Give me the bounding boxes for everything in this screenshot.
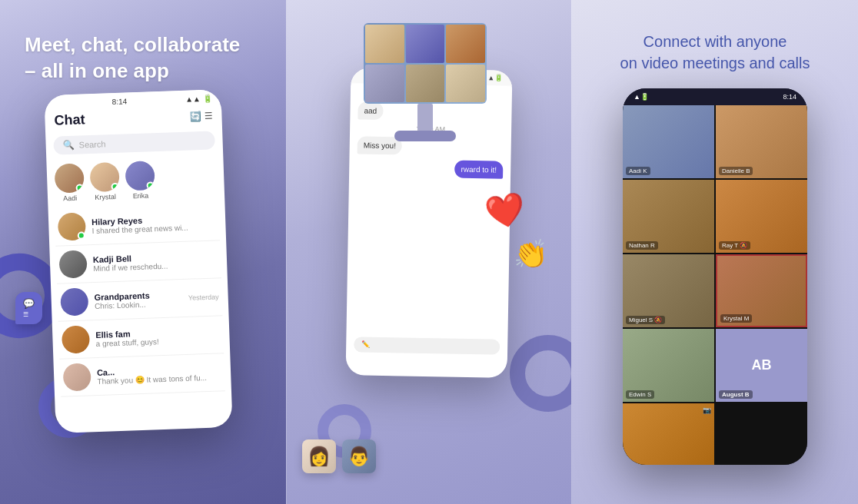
participant-name: Edwin S — [626, 390, 654, 399]
avatar-grandparents — [60, 287, 88, 316]
avatar-krystal — [89, 162, 119, 192]
chat-bubble-decoration: 💬 ☰ — [15, 292, 42, 324]
tablet-face-4 — [365, 65, 404, 103]
video-cell-aadi: Aadi K — [623, 105, 714, 178]
contact-erika[interactable]: Erika — [125, 161, 155, 200]
heart-emoji: ❤️ — [482, 189, 528, 233]
headline-line2: on video meetings and calls — [572, 52, 858, 74]
status-bar-3: ▲🔋 8:14 — [623, 88, 807, 105]
participant-name: Aadi K — [626, 167, 650, 175]
compose-placeholder: ✏️ — [361, 340, 370, 348]
avatar-ellis — [62, 325, 90, 353]
chat-item-hilary[interactable]: Hilary Reyes I shared the great news wi.… — [55, 203, 221, 246]
chat-info: Ellis fam a great stuff, guys! — [95, 326, 221, 348]
video-cell-krystal: Krystal M — [716, 254, 807, 327]
online-indicator — [78, 231, 85, 239]
chat-item-grandparents[interactable]: Grandparents Chris: Lookin... Yesterday — [57, 278, 223, 321]
video-cell-danielle: Danielle B — [716, 105, 807, 178]
participant-name: Miguel S 🔕 — [626, 316, 665, 324]
message-sent-1: rward to it! — [454, 161, 503, 179]
compose-bar[interactable]: ✏️ — [354, 337, 500, 354]
contact-aadi[interactable]: Aadi — [55, 163, 85, 202]
tablet-face-5 — [406, 65, 445, 103]
chat-title: Chat — [54, 111, 85, 128]
contact-name: Aadi — [63, 194, 77, 203]
video-cell-edwin: Edwin S — [623, 329, 714, 402]
panel1-headline: Meet, chat, collaborate – all in one app — [25, 32, 240, 85]
participant-name: August B — [719, 390, 753, 399]
clap-emoji: 👏 — [514, 238, 548, 270]
header-icons: 🔄 ☰ — [190, 110, 213, 121]
search-icon: 🔍 — [62, 140, 74, 151]
avatar-cass — [63, 363, 91, 391]
video-grid-tablet — [364, 23, 487, 104]
chat-info: Ca... Thank you 😊 It was tons of fu... — [97, 363, 222, 386]
avatar-aadi — [55, 163, 85, 193]
participant-name: Ray T 🔕 — [719, 241, 750, 250]
online-indicator — [75, 184, 83, 191]
video-cell-nathan: Nathan R — [623, 180, 714, 253]
participant-initials: AB — [752, 357, 772, 373]
face-chip-1: 👩 — [302, 439, 336, 473]
panel-video-calls: Connect with anyone on video meetings an… — [572, 0, 858, 504]
tablet-arm — [417, 104, 433, 131]
status-icons-left: ▲🔋 — [634, 93, 649, 101]
face-chip-2: 👨 — [342, 439, 376, 473]
chat-info: Kadji Bell Mind if we reschedu... — [93, 250, 218, 273]
online-indicator — [146, 181, 154, 189]
tablet-face-6 — [446, 65, 485, 103]
headline-line1: Connect with anyone — [572, 31, 858, 52]
video-cell-ray: Ray T 🔕 — [716, 180, 807, 253]
headline-line1: Meet, chat, collaborate — [25, 33, 240, 56]
avatar-hilary — [58, 212, 86, 240]
tablet-face-2 — [406, 25, 445, 63]
tablet-screen — [364, 23, 487, 104]
contact-name: Krystal — [95, 193, 116, 201]
phone-mockup-chat: 8:14 ▲▲ 🔋 Chat 🔄 ☰ 🔍 Search Aadi Kry — [44, 89, 232, 433]
chat-time: Yesterday — [188, 293, 219, 301]
video-call-grid: Aadi K Danielle B Nathan R Ray T 🔕 Migue… — [623, 105, 807, 465]
search-placeholder: Search — [78, 139, 105, 149]
panel-chat: Meet, chat, collaborate – all in one app… — [0, 0, 286, 504]
participant-name: Krystal M — [720, 314, 752, 323]
status-time: 8:14 — [112, 97, 128, 106]
headline-line2: – all in one app — [25, 59, 169, 82]
tablet-base — [394, 131, 456, 141]
face-person-2: 👨 — [342, 439, 376, 473]
tablet-face-1 — [365, 25, 404, 63]
video-cell-jessica: 📷 Jessica K — [623, 403, 714, 465]
camera-icon: 📷 — [703, 406, 711, 414]
participant-name: Danielle B — [719, 167, 753, 175]
avatar-kadji — [58, 250, 87, 278]
tablet-face-3 — [446, 25, 485, 63]
contact-avatar-row: Aadi Krystal Erika — [46, 152, 224, 209]
contact-name: Erika — [133, 191, 149, 200]
face-chips: 👩 👨 — [302, 439, 376, 473]
chat-info: Grandparents Chris: Lookin... — [94, 290, 182, 310]
online-indicator — [111, 183, 118, 191]
chat-item-ellis[interactable]: Ellis fam a great stuff, guys! — [58, 316, 224, 359]
chat-item-kadji[interactable]: Kadji Bell Mind if we reschedu... — [55, 240, 221, 284]
status-icons: ▲▲ 🔋 — [185, 94, 212, 104]
video-cell-august: AB August B — [716, 329, 807, 402]
chat-item-cass[interactable]: Ca... Thank you 😊 It was tons of fu... — [59, 353, 225, 396]
panel-messages: 8:14 ▲▲🔋 2:55 PM aad 11:00 AM Miss you! … — [286, 0, 572, 504]
video-cell-miguel: Miguel S 🔕 — [623, 254, 714, 327]
panel3-headline: Connect with anyone on video meetings an… — [572, 31, 858, 74]
search-bar[interactable]: 🔍 Search — [53, 131, 215, 154]
participant-name: Nathan R — [626, 241, 658, 250]
phone-mockup-video: ▲🔋 8:14 Aadi K Danielle B Nathan R Ray T… — [623, 88, 807, 465]
chat-list: Hilary Reyes I shared the great news wi.… — [48, 203, 231, 397]
contact-krystal[interactable]: Krystal — [89, 162, 120, 201]
chat-info: Hilary Reyes I shared the great news wi.… — [91, 213, 217, 235]
decorative-ring-3 — [510, 335, 572, 412]
avatar-erika — [125, 161, 155, 191]
chat-header: Chat 🔄 ☰ — [45, 104, 222, 134]
tablet-decoration — [364, 23, 487, 141]
status-time: 8:14 — [783, 93, 796, 101]
face-person-1: 👩 — [302, 439, 336, 473]
